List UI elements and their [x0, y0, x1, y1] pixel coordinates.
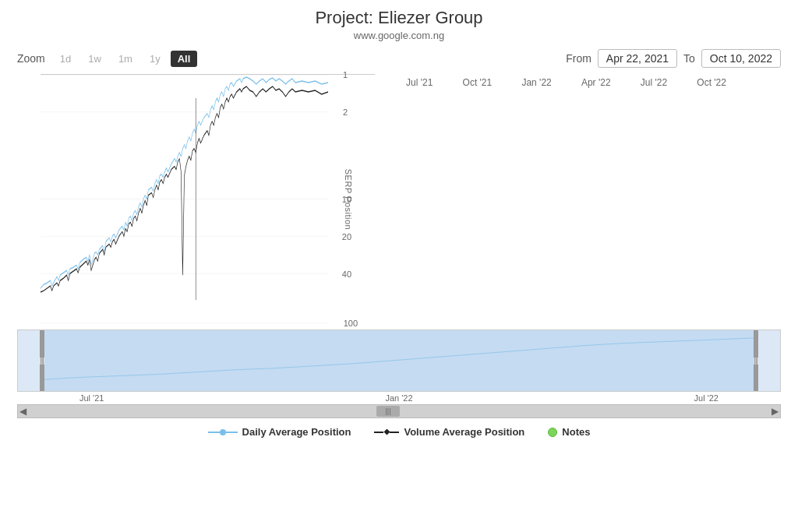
- minimap-selected-region: [41, 330, 757, 391]
- x-tick-jul22: Jul '22: [641, 77, 667, 320]
- legend-volume-avg: Volume Average Position: [374, 426, 524, 438]
- date-range: From Apr 22, 2021 To Oct 10, 2022: [566, 49, 781, 68]
- scroll-bar[interactable]: ◀ ||| ▶: [17, 404, 781, 418]
- to-date[interactable]: Oct 10, 2022: [701, 49, 781, 68]
- x-tick-apr22: Apr '22: [581, 77, 611, 320]
- chart-wrapper: 1 2 10 20 40 100 SERP Position Jul '21 O…: [17, 74, 781, 323]
- scroll-right-arrow[interactable]: ▶: [772, 406, 779, 417]
- mini-x-tick-jul21: Jul '21: [79, 393, 104, 403]
- x-tick-jan22: Jan '22: [521, 77, 551, 320]
- y-tick-40: 40: [342, 270, 351, 279]
- zoom-all-button[interactable]: All: [171, 51, 198, 67]
- legend-daily-avg: Daily Average Position: [208, 426, 351, 438]
- legend-notes-label: Notes: [562, 426, 590, 438]
- x-tick-jul21: Jul '21: [406, 77, 433, 320]
- page-subtitle: www.google.com.ng: [354, 30, 444, 41]
- zoom-1m-button[interactable]: 1m: [111, 51, 139, 67]
- zoom-label: Zoom: [17, 52, 45, 65]
- scroll-left-arrow[interactable]: ◀: [19, 406, 26, 417]
- notes-dot-icon: [548, 428, 557, 437]
- zoom-1y-button[interactable]: 1y: [143, 51, 168, 67]
- scroll-thumb[interactable]: |||: [376, 406, 400, 417]
- mini-x-tick-jan22: Jan '22: [385, 393, 412, 403]
- x-tick-oct22: Oct '22: [697, 77, 726, 320]
- chart-controls: Zoom 1d 1w 1m 1y All From Apr 22, 2021 T…: [17, 49, 781, 68]
- zoom-1w-button[interactable]: 1w: [81, 51, 108, 67]
- y-tick-1: 1: [343, 70, 348, 79]
- zoom-1d-button[interactable]: 1d: [53, 51, 78, 67]
- minimap-area[interactable]: ||| |||: [17, 329, 781, 392]
- from-date[interactable]: Apr 22, 2021: [598, 49, 677, 68]
- legend-volume-avg-label: Volume Average Position: [404, 426, 524, 438]
- x-axis: Jul '21 Oct '21 Jan '22 Apr '22 Jul '22 …: [398, 74, 734, 323]
- legend: Daily Average Position Volume Average Po…: [208, 426, 591, 438]
- main-chart-area[interactable]: [41, 74, 328, 323]
- mini-x-tick-jul22: Jul '22: [694, 393, 719, 403]
- y-axis-label: SERP Position: [344, 168, 353, 229]
- to-label: To: [683, 52, 695, 65]
- minimap-left-handle[interactable]: |||: [40, 330, 44, 391]
- y-tick-20: 20: [342, 232, 351, 241]
- legend-notes: Notes: [548, 426, 590, 438]
- legend-daily-avg-label: Daily Average Position: [242, 426, 351, 438]
- y-tick-2: 2: [343, 107, 348, 117]
- y-tick-100: 100: [344, 319, 358, 328]
- x-tick-oct21: Oct '21: [463, 77, 493, 320]
- from-label: From: [566, 52, 591, 65]
- minimap-wrapper: ||| ||| Jul '21 Jan '22 Jul '22 ◀ ||| ▶: [17, 329, 781, 418]
- minimap-x-axis: Jul '21 Jan '22 Jul '22: [17, 392, 781, 404]
- minimap-right-handle[interactable]: |||: [754, 330, 758, 391]
- page-title: Project: Eliezer Group: [315, 8, 482, 28]
